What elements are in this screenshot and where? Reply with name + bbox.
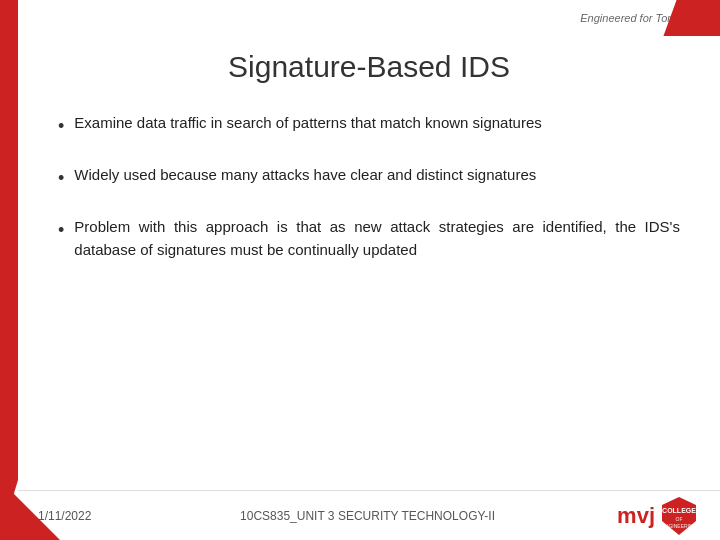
mvj-letters: mvj <box>617 505 655 527</box>
corner-triangle <box>0 480 60 540</box>
college-badge: COLLEGE OF ENGINEERING <box>658 495 700 537</box>
top-stripe <box>600 0 720 36</box>
left-accent-bar <box>0 0 18 540</box>
bullet-list: • Examine data traffic in search of patt… <box>58 112 680 261</box>
slide-content: Signature-Based IDS • Examine data traff… <box>18 36 720 490</box>
svg-text:OF: OF <box>676 516 683 522</box>
mvj-logo: mvj COLLEGE OF ENGINEERING <box>617 495 700 537</box>
footer: 1/11/2022 10CS835_UNIT 3 SECURITY TECHNO… <box>18 490 720 540</box>
slide-title: Signature-Based IDS <box>58 50 680 84</box>
top-header: Engineered for Tomorrow <box>0 0 720 36</box>
bullet-dot-2: • <box>58 165 64 192</box>
bullet-dot-1: • <box>58 113 64 140</box>
footer-course: 10CS835_UNIT 3 SECURITY TECHNOLOGY-II <box>118 509 617 523</box>
bullet-text-3: Problem with this approach is that as ne… <box>74 216 680 261</box>
bullet-item-2: • Widely used because many attacks have … <box>58 164 680 192</box>
svg-text:COLLEGE: COLLEGE <box>662 507 696 514</box>
bullet-dot-3: • <box>58 217 64 244</box>
bullet-item-3: • Problem with this approach is that as … <box>58 216 680 261</box>
bullet-text-1: Examine data traffic in search of patter… <box>74 112 541 135</box>
bullet-item-1: • Examine data traffic in search of patt… <box>58 112 680 140</box>
svg-text:ENGINEERING: ENGINEERING <box>661 523 696 529</box>
bullet-text-2: Widely used because many attacks have cl… <box>74 164 536 187</box>
